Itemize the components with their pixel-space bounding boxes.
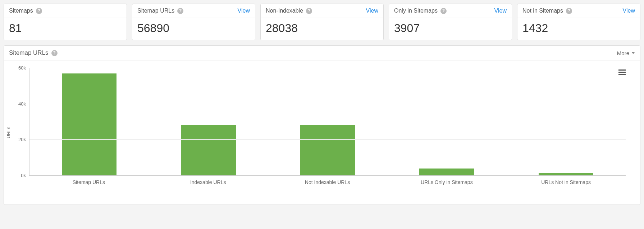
y-tick-label: 0k — [21, 173, 26, 178]
card-value: 1432 — [517, 18, 640, 40]
card-value: 3907 — [389, 18, 512, 40]
help-icon[interactable]: ? — [51, 50, 58, 56]
help-icon[interactable]: ? — [440, 8, 447, 14]
gridline — [29, 68, 626, 68]
panel-title: Sitemap URLs — [9, 49, 49, 57]
bar-slot — [29, 68, 149, 175]
bar[interactable] — [419, 169, 474, 175]
y-axis-label: URLs — [6, 127, 11, 139]
view-link[interactable]: View — [366, 8, 378, 14]
gridline — [29, 139, 626, 140]
help-icon[interactable]: ? — [36, 8, 42, 14]
y-tick-label: 60k — [18, 65, 26, 71]
x-tick-label: URLs Only in Sitemaps — [387, 179, 506, 185]
more-label: More — [617, 50, 629, 56]
card-value: 56890 — [132, 18, 255, 40]
help-icon[interactable]: ? — [566, 8, 572, 14]
gridline — [29, 104, 626, 104]
y-tick-label: 20k — [18, 137, 26, 142]
bar-slot — [506, 68, 626, 175]
bar-slot — [268, 68, 387, 175]
bar[interactable] — [62, 73, 117, 176]
card-sitemap-urls: Sitemap URLs ? View 56890 — [132, 4, 255, 40]
help-icon[interactable]: ? — [177, 8, 183, 14]
bar[interactable] — [300, 125, 355, 175]
x-axis-labels: Sitemap URLsIndexable URLsNot Indexable … — [29, 179, 626, 185]
chart-panel: Sitemap URLs ? More URLs 0k20k40k60k Sit… — [4, 45, 640, 205]
help-icon[interactable]: ? — [306, 8, 312, 14]
x-tick-label: Sitemap URLs — [29, 179, 149, 185]
card-value: 28038 — [261, 18, 383, 40]
view-link[interactable]: View — [494, 8, 507, 14]
card-only-in-sitemaps: Only in Sitemaps ? View 3907 — [389, 4, 512, 40]
card-label: Sitemaps — [9, 8, 33, 14]
x-tick-label: Indexable URLs — [149, 179, 268, 185]
chevron-down-icon — [631, 52, 635, 54]
bar[interactable] — [181, 125, 236, 175]
card-label: Non-Indexable — [266, 8, 303, 14]
card-sitemaps: Sitemaps ? 81 — [4, 4, 127, 40]
y-tick-label: 40k — [18, 101, 26, 106]
chart-area: URLs 0k20k40k60k Sitemap URLsIndexable U… — [4, 60, 640, 205]
bar-slot — [149, 68, 268, 175]
card-label: Sitemap URLs — [137, 8, 174, 14]
view-link[interactable]: View — [623, 8, 635, 14]
more-button[interactable]: More — [617, 50, 635, 56]
card-not-in-sitemaps: Not in Sitemaps ? View 1432 — [517, 4, 640, 40]
x-tick-label: URLs Not in Sitemaps — [506, 179, 626, 185]
view-link[interactable]: View — [238, 8, 250, 14]
card-label: Not in Sitemaps — [522, 8, 563, 14]
card-non-indexable: Non-Indexable ? View 28038 — [260, 4, 384, 40]
card-label: Only in Sitemaps — [394, 8, 438, 14]
bar[interactable] — [539, 173, 594, 175]
card-value: 81 — [4, 18, 127, 40]
x-tick-label: Not Indexable URLs — [268, 179, 387, 185]
bar-slot — [387, 68, 507, 175]
chart-plot: 0k20k40k60k — [29, 68, 626, 176]
summary-cards: Sitemaps ? 81 Sitemap URLs ? View 56890 … — [4, 4, 640, 40]
